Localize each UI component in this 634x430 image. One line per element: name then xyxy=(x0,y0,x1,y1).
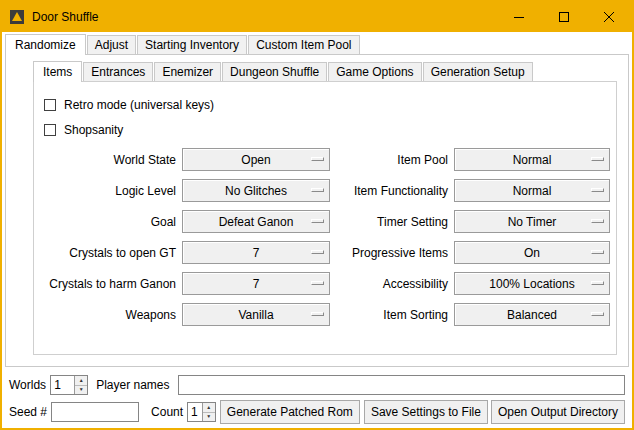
spin-down-icon[interactable]: ▼ xyxy=(75,386,87,395)
dropdown-indicator-icon xyxy=(591,312,604,316)
item-sorting-dropdown[interactable]: Balanced xyxy=(454,303,610,326)
item-sorting-value: Balanced xyxy=(507,308,557,322)
count-spinbox[interactable]: 1 ▲ ▼ xyxy=(187,402,216,422)
seed-row: Seed # Count 1 ▲ ▼ Generate Patched Rom … xyxy=(9,400,625,424)
save-settings-button[interactable]: Save Settings to File xyxy=(364,400,488,424)
crystals-gt-value: 7 xyxy=(253,246,260,260)
titlebar[interactable]: Door Shuffle xyxy=(2,2,632,32)
open-output-button[interactable]: Open Output Directory xyxy=(491,400,625,424)
item-functionality-dropdown[interactable]: Normal xyxy=(454,179,610,202)
generate-rom-button[interactable]: Generate Patched Rom xyxy=(220,400,360,424)
shopsanity-row[interactable]: Shopsanity xyxy=(34,117,616,142)
tab-dungeon-shuffle[interactable]: Dungeon Shuffle xyxy=(222,62,327,81)
accessibility-label: Accessibility xyxy=(336,277,448,291)
goal-value: Defeat Ganon xyxy=(219,215,294,229)
crystals-ganon-value: 7 xyxy=(253,277,260,291)
crystals-ganon-dropdown[interactable]: 7 xyxy=(182,272,330,295)
seed-input[interactable] xyxy=(51,402,139,422)
player-names-input[interactable] xyxy=(178,375,626,395)
crystals-ganon-label: Crystals to harm Ganon xyxy=(44,277,176,291)
item-functionality-label: Item Functionality xyxy=(336,184,448,198)
progressive-items-dropdown[interactable]: On xyxy=(454,241,610,264)
world-state-dropdown[interactable]: Open xyxy=(182,148,330,171)
tab-enemizer[interactable]: Enemizer xyxy=(154,62,221,81)
crystals-gt-dropdown[interactable]: 7 xyxy=(182,241,330,264)
dropdown-indicator-icon xyxy=(311,250,324,254)
progressive-items-label: Progressive Items xyxy=(336,246,448,260)
bottom-bar: Worlds 1 ▲ ▼ Player names Seed # Count 1 xyxy=(2,367,632,424)
retro-mode-row[interactable]: Retro mode (universal keys) xyxy=(34,92,616,117)
crystals-gt-label: Crystals to open GT xyxy=(44,246,176,260)
window-content: Randomize Adjust Starting Inventory Cust… xyxy=(2,32,632,428)
logic-level-dropdown[interactable]: No Glitches xyxy=(182,179,330,202)
options-grid: World State Open Item Pool Normal Logic … xyxy=(34,148,616,326)
timer-setting-label: Timer Setting xyxy=(336,215,448,229)
shopsanity-checkbox[interactable] xyxy=(44,124,56,136)
item-pool-value: Normal xyxy=(513,153,552,167)
tab-starting-inventory[interactable]: Starting Inventory xyxy=(137,35,247,54)
retro-mode-checkbox[interactable] xyxy=(44,99,56,111)
items-panel: Retro mode (universal keys) Shopsanity W… xyxy=(33,81,617,355)
dropdown-indicator-icon xyxy=(591,219,604,223)
goal-dropdown[interactable]: Defeat Ganon xyxy=(182,210,330,233)
dropdown-indicator-icon xyxy=(311,188,324,192)
dropdown-indicator-icon xyxy=(311,157,324,161)
spin-up-icon[interactable]: ▲ xyxy=(203,403,215,413)
app-icon xyxy=(9,9,25,25)
weapons-dropdown[interactable]: Vanilla xyxy=(182,303,330,326)
item-sorting-label: Item Sorting xyxy=(336,308,448,322)
weapons-value: Vanilla xyxy=(238,308,273,322)
timer-setting-dropdown[interactable]: No Timer xyxy=(454,210,610,233)
count-label: Count xyxy=(151,405,183,419)
dropdown-indicator-icon xyxy=(311,219,324,223)
spin-up-icon[interactable]: ▲ xyxy=(75,376,87,386)
window-title: Door Shuffle xyxy=(32,10,497,24)
logic-level-label: Logic Level xyxy=(44,184,176,198)
weapons-label: Weapons xyxy=(44,308,176,322)
worlds-label: Worlds xyxy=(9,378,46,392)
goal-label: Goal xyxy=(44,215,176,229)
worlds-row: Worlds 1 ▲ ▼ Player names xyxy=(9,375,625,395)
spin-down-icon[interactable]: ▼ xyxy=(203,413,215,422)
timer-setting-value: No Timer xyxy=(508,215,557,229)
top-tab-bar: Randomize Adjust Starting Inventory Cust… xyxy=(2,34,632,54)
accessibility-value: 100% Locations xyxy=(489,277,574,291)
maximize-button[interactable] xyxy=(542,2,587,32)
dropdown-indicator-icon xyxy=(591,281,604,285)
retro-mode-label: Retro mode (universal keys) xyxy=(64,98,214,112)
dropdown-indicator-icon xyxy=(591,188,604,192)
item-functionality-value: Normal xyxy=(513,184,552,198)
seed-label: Seed # xyxy=(9,405,47,419)
minimize-button[interactable] xyxy=(497,2,542,32)
dropdown-indicator-icon xyxy=(591,157,604,161)
shopsanity-label: Shopsanity xyxy=(64,123,123,137)
worlds-spinbox[interactable]: 1 ▲ ▼ xyxy=(50,375,88,395)
tab-custom-item-pool[interactable]: Custom Item Pool xyxy=(248,35,359,54)
close-button[interactable] xyxy=(587,2,632,32)
world-state-label: World State xyxy=(44,153,176,167)
dropdown-indicator-icon xyxy=(591,250,604,254)
tab-items[interactable]: Items xyxy=(33,61,82,82)
tab-generation-setup[interactable]: Generation Setup xyxy=(423,62,533,81)
worlds-value: 1 xyxy=(51,376,74,394)
count-value: 1 xyxy=(188,403,202,421)
tab-entrances[interactable]: Entrances xyxy=(83,62,153,81)
logic-level-value: No Glitches xyxy=(225,184,287,198)
tab-adjust[interactable]: Adjust xyxy=(87,35,136,54)
item-pool-dropdown[interactable]: Normal xyxy=(454,148,610,171)
dropdown-indicator-icon xyxy=(311,312,324,316)
dropdown-indicator-icon xyxy=(311,281,324,285)
world-state-value: Open xyxy=(241,153,270,167)
progressive-items-value: On xyxy=(524,246,540,260)
player-names-label: Player names xyxy=(96,378,169,392)
accessibility-dropdown[interactable]: 100% Locations xyxy=(454,272,610,295)
tab-randomize[interactable]: Randomize xyxy=(5,34,86,55)
app-window: Door Shuffle Randomize Adjust Starting I… xyxy=(0,0,634,430)
item-pool-label: Item Pool xyxy=(336,153,448,167)
inner-tab-bar: Items Entrances Enemizer Dungeon Shuffle… xyxy=(6,61,628,81)
tab-game-options[interactable]: Game Options xyxy=(328,62,421,81)
randomize-panel: Items Entrances Enemizer Dungeon Shuffle… xyxy=(5,54,629,367)
